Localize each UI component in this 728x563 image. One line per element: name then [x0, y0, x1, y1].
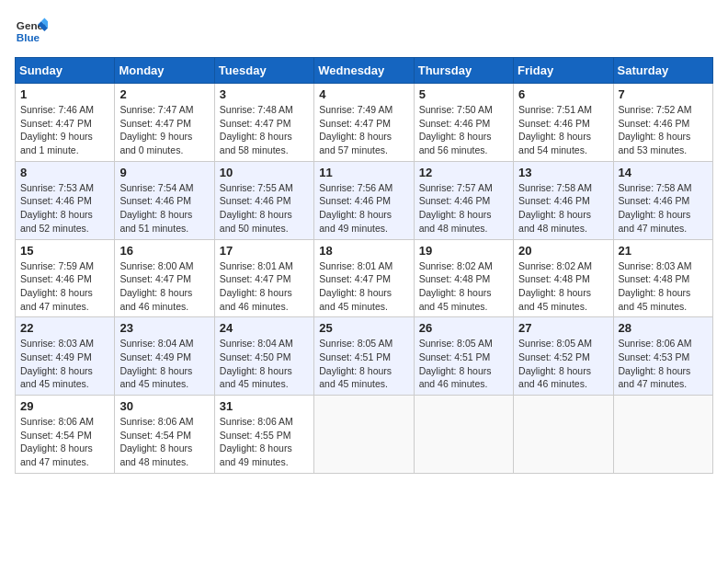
calendar-cell: 8Sunrise: 7:53 AM Sunset: 4:46 PM Daylig… [16, 161, 115, 239]
day-detail: Sunrise: 8:06 AM Sunset: 4:54 PM Dayligh… [119, 415, 209, 469]
calendar-cell: 13Sunrise: 7:58 AM Sunset: 4:46 PM Dayli… [514, 161, 613, 239]
calendar-cell: 25Sunrise: 8:05 AM Sunset: 4:51 PM Dayli… [314, 317, 414, 396]
calendar-cell: 30Sunrise: 8:06 AM Sunset: 4:54 PM Dayli… [115, 396, 214, 474]
calendar-cell: 26Sunrise: 8:05 AM Sunset: 4:51 PM Dayli… [414, 317, 513, 396]
day-number: 15 [20, 244, 109, 258]
calendar-cell: 1Sunrise: 7:46 AM Sunset: 4:47 PM Daylig… [16, 84, 115, 162]
header-day-monday: Monday [115, 58, 214, 84]
day-detail: Sunrise: 8:05 AM Sunset: 4:51 PM Dayligh… [319, 337, 408, 391]
day-number: 14 [619, 166, 708, 179]
calendar-cell: 7Sunrise: 7:52 AM Sunset: 4:46 PM Daylig… [613, 84, 712, 162]
calendar-cell: 5Sunrise: 7:50 AM Sunset: 4:46 PM Daylig… [414, 84, 513, 162]
day-detail: Sunrise: 7:50 AM Sunset: 4:46 PM Dayligh… [419, 103, 508, 157]
logo-icon: General Blue [15, 15, 48, 48]
day-detail: Sunrise: 8:03 AM Sunset: 4:49 PM Dayligh… [20, 337, 109, 391]
day-number: 6 [518, 87, 608, 101]
page-header: General Blue [15, 15, 713, 48]
day-number: 22 [20, 321, 109, 335]
header-day-sunday: Sunday [16, 58, 115, 84]
calendar-cell: 24Sunrise: 8:04 AM Sunset: 4:50 PM Dayli… [214, 317, 313, 396]
day-number: 10 [220, 166, 309, 179]
day-detail: Sunrise: 7:55 AM Sunset: 4:46 PM Dayligh… [220, 181, 309, 236]
calendar-table: SundayMondayTuesdayWednesdayThursdayFrid… [15, 57, 713, 474]
day-detail: Sunrise: 8:05 AM Sunset: 4:51 PM Dayligh… [419, 337, 508, 391]
day-number: 2 [119, 87, 209, 101]
calendar-cell: 14Sunrise: 7:58 AM Sunset: 4:46 PM Dayli… [613, 161, 712, 239]
calendar-cell: 11Sunrise: 7:56 AM Sunset: 4:46 PM Dayli… [314, 161, 414, 239]
day-detail: Sunrise: 7:57 AM Sunset: 4:46 PM Dayligh… [419, 181, 508, 236]
calendar-cell: 18Sunrise: 8:01 AM Sunset: 4:47 PM Dayli… [314, 239, 414, 317]
day-detail: Sunrise: 8:06 AM Sunset: 4:55 PM Dayligh… [220, 415, 309, 469]
calendar-cell: 27Sunrise: 8:05 AM Sunset: 4:52 PM Dayli… [514, 317, 613, 396]
day-detail: Sunrise: 7:58 AM Sunset: 4:46 PM Dayligh… [518, 181, 608, 236]
day-number: 23 [119, 321, 209, 335]
day-number: 21 [619, 244, 708, 258]
day-number: 1 [20, 87, 109, 101]
calendar-cell: 10Sunrise: 7:55 AM Sunset: 4:46 PM Dayli… [214, 161, 313, 239]
calendar-cell: 6Sunrise: 7:51 AM Sunset: 4:46 PM Daylig… [514, 84, 613, 162]
day-number: 8 [20, 166, 109, 179]
day-detail: Sunrise: 8:03 AM Sunset: 4:48 PM Dayligh… [619, 259, 708, 314]
day-number: 13 [518, 166, 608, 179]
day-detail: Sunrise: 8:06 AM Sunset: 4:53 PM Dayligh… [619, 337, 708, 391]
header-day-thursday: Thursday [414, 58, 513, 84]
day-number: 4 [319, 87, 408, 101]
day-number: 29 [20, 399, 109, 413]
day-detail: Sunrise: 8:02 AM Sunset: 4:48 PM Dayligh… [518, 259, 608, 314]
day-detail: Sunrise: 7:52 AM Sunset: 4:46 PM Dayligh… [619, 103, 708, 157]
calendar-header-row: SundayMondayTuesdayWednesdayThursdayFrid… [16, 58, 713, 84]
day-detail: Sunrise: 8:01 AM Sunset: 4:47 PM Dayligh… [319, 259, 408, 314]
day-detail: Sunrise: 7:58 AM Sunset: 4:46 PM Dayligh… [619, 181, 708, 236]
calendar-week-3: 15Sunrise: 7:59 AM Sunset: 4:46 PM Dayli… [16, 239, 713, 317]
calendar-cell: 22Sunrise: 8:03 AM Sunset: 4:49 PM Dayli… [16, 317, 115, 396]
calendar-cell [414, 396, 513, 474]
logo: General Blue [15, 15, 51, 48]
calendar-cell: 28Sunrise: 8:06 AM Sunset: 4:53 PM Dayli… [613, 317, 712, 396]
calendar-week-2: 8Sunrise: 7:53 AM Sunset: 4:46 PM Daylig… [16, 161, 713, 239]
calendar-cell: 9Sunrise: 7:54 AM Sunset: 4:46 PM Daylig… [115, 161, 214, 239]
header-day-friday: Friday [514, 58, 613, 84]
calendar-cell: 2Sunrise: 7:47 AM Sunset: 4:47 PM Daylig… [115, 84, 214, 162]
calendar-cell: 21Sunrise: 8:03 AM Sunset: 4:48 PM Dayli… [613, 239, 712, 317]
calendar-cell: 31Sunrise: 8:06 AM Sunset: 4:55 PM Dayli… [214, 396, 313, 474]
day-number: 19 [419, 244, 508, 258]
day-number: 20 [518, 244, 608, 258]
day-detail: Sunrise: 7:48 AM Sunset: 4:47 PM Dayligh… [220, 103, 309, 157]
day-detail: Sunrise: 8:04 AM Sunset: 4:50 PM Dayligh… [220, 337, 309, 391]
calendar-cell: 19Sunrise: 8:02 AM Sunset: 4:48 PM Dayli… [414, 239, 513, 317]
calendar-cell [514, 396, 613, 474]
day-number: 25 [319, 321, 408, 335]
calendar-week-5: 29Sunrise: 8:06 AM Sunset: 4:54 PM Dayli… [16, 396, 713, 474]
header-day-tuesday: Tuesday [214, 58, 313, 84]
day-number: 31 [220, 399, 309, 413]
day-detail: Sunrise: 7:53 AM Sunset: 4:46 PM Dayligh… [20, 181, 109, 236]
day-number: 26 [419, 321, 508, 335]
day-detail: Sunrise: 7:56 AM Sunset: 4:46 PM Dayligh… [319, 181, 408, 236]
day-number: 17 [220, 244, 309, 258]
day-number: 12 [419, 166, 508, 179]
calendar-cell: 23Sunrise: 8:04 AM Sunset: 4:49 PM Dayli… [115, 317, 214, 396]
day-detail: Sunrise: 7:51 AM Sunset: 4:46 PM Dayligh… [518, 103, 608, 157]
day-detail: Sunrise: 8:02 AM Sunset: 4:48 PM Dayligh… [419, 259, 508, 314]
day-number: 27 [518, 321, 608, 335]
calendar-cell: 12Sunrise: 7:57 AM Sunset: 4:46 PM Dayli… [414, 161, 513, 239]
day-detail: Sunrise: 7:54 AM Sunset: 4:46 PM Dayligh… [119, 181, 209, 236]
day-detail: Sunrise: 7:47 AM Sunset: 4:47 PM Dayligh… [119, 103, 209, 157]
calendar-week-4: 22Sunrise: 8:03 AM Sunset: 4:49 PM Dayli… [16, 317, 713, 396]
calendar-cell: 29Sunrise: 8:06 AM Sunset: 4:54 PM Dayli… [16, 396, 115, 474]
day-detail: Sunrise: 7:46 AM Sunset: 4:47 PM Dayligh… [20, 103, 109, 157]
day-number: 3 [220, 87, 309, 101]
calendar-cell: 17Sunrise: 8:01 AM Sunset: 4:47 PM Dayli… [214, 239, 313, 317]
day-detail: Sunrise: 8:05 AM Sunset: 4:52 PM Dayligh… [518, 337, 608, 391]
day-detail: Sunrise: 8:00 AM Sunset: 4:47 PM Dayligh… [119, 259, 209, 314]
day-detail: Sunrise: 8:06 AM Sunset: 4:54 PM Dayligh… [20, 415, 109, 469]
header-day-wednesday: Wednesday [314, 58, 414, 84]
day-number: 11 [319, 166, 408, 179]
calendar-cell [613, 396, 712, 474]
day-number: 28 [619, 321, 708, 335]
day-number: 9 [119, 166, 209, 179]
calendar-cell: 3Sunrise: 7:48 AM Sunset: 4:47 PM Daylig… [214, 84, 313, 162]
day-detail: Sunrise: 8:01 AM Sunset: 4:47 PM Dayligh… [220, 259, 309, 314]
day-detail: Sunrise: 7:49 AM Sunset: 4:47 PM Dayligh… [319, 103, 408, 157]
day-number: 30 [119, 399, 209, 413]
